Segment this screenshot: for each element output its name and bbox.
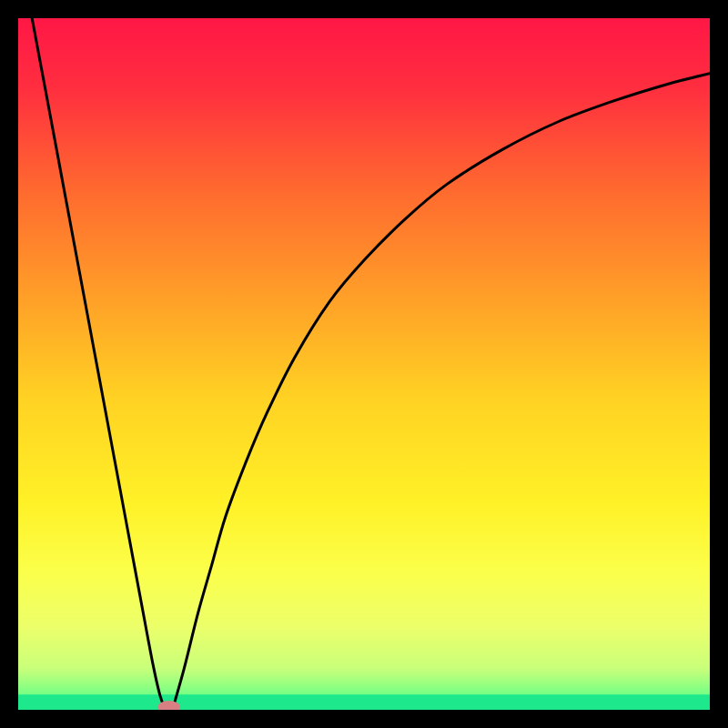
chart-background [18, 18, 710, 710]
chart-frame: TheBottleneck.com [18, 18, 710, 710]
bottleneck-chart [18, 18, 710, 710]
green-band [18, 694, 710, 710]
